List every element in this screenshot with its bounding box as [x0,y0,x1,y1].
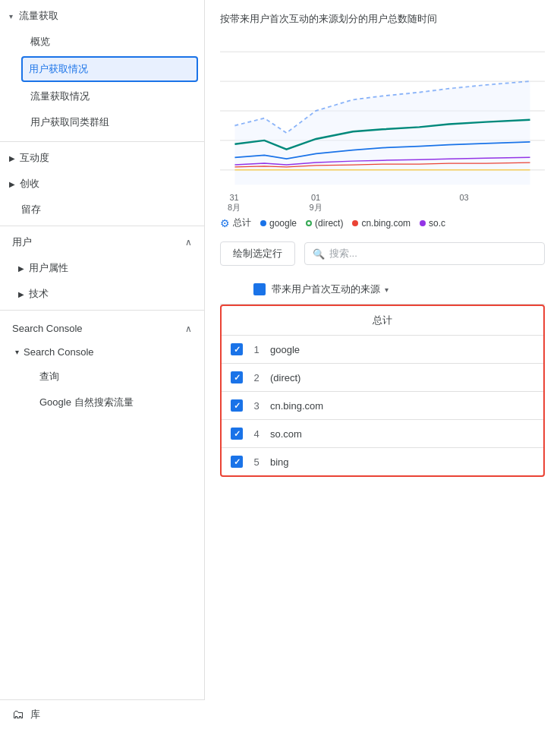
chart-title: 按带来用户首次互动的来源划分的用户总数随时间 [220,12,545,26]
user-section-header[interactable]: 用户 ∧ [0,229,204,255]
search-console-header[interactable]: Search Console ∧ [0,317,204,340]
table-controls: 绘制选定行 🔍 搜索... [220,241,545,266]
data-table: 总计 1 google 2 (direct) 3 cn.bing.com 4 s… [220,305,545,477]
library-icon: 🗂 [12,708,24,721]
tech-arrow: ▶ [18,290,24,298]
search-console-arrow: ∧ [185,323,192,334]
blue-square-icon [253,283,266,295]
sidebar-item-retention[interactable]: 留存 [0,197,204,222]
traffic-section: ▾ 流量获取 概览 用户获取情况 流量获取情况 用户获取同类群组 [0,0,204,138]
table-row: 5 bing [222,448,543,475]
sidebar-item-monetization[interactable]: ▶ 创收 [0,171,204,197]
table-row: 2 (direct) [222,364,543,392]
traffic-header[interactable]: ▾ 流量获取 [0,3,204,29]
legend-so: so.c [420,218,445,229]
legend-cn-bing: cn.bing.com [352,218,411,229]
divider-2 [0,226,204,226]
sidebar-item-user-acquisition[interactable]: 用户获取情况 [21,56,198,82]
search-box[interactable]: 🔍 搜索... [304,242,545,265]
legend-google: google [260,218,297,229]
legend-total: ⚙ 总计 [220,216,251,229]
row-checkbox-3[interactable] [231,399,243,412]
divider-1 [0,141,204,142]
sidebar-item-traffic-acquisition[interactable]: 流量获取情况 [0,84,204,109]
legend-direct: (direct) [306,218,343,229]
traffic-label: 流量获取 [19,9,58,23]
sidebar-item-user-cohort[interactable]: 用户获取同类群组 [0,109,204,135]
search-console-sub-arrow: ▾ [15,348,19,356]
sidebar-item-overview[interactable]: 概览 [0,29,204,55]
sidebar-item-user-properties[interactable]: ▶ 用户属性 [0,255,204,281]
col-source-header: 带来用户首次互动的来源 ▾ [272,282,536,296]
chart-area [220,35,545,187]
google-dot [260,220,266,226]
so-dot [420,220,426,226]
sidebar: ▾ 流量获取 概览 用户获取情况 流量获取情况 用户获取同类群组 ▶ 互动度 ▶… [0,0,205,729]
user-section-arrow: ∧ [185,237,192,248]
row-checkbox-4[interactable] [231,428,243,440]
sidebar-item-google-organic[interactable]: Google 自然搜索流量 [0,390,204,415]
library-item[interactable]: 🗂 库 [0,699,205,729]
chart-x-labels: 318月 019月 03 [220,193,545,213]
col-dropdown-arrow[interactable]: ▾ [385,286,389,294]
user-properties-arrow: ▶ [18,264,24,273]
sidebar-item-engagement[interactable]: ▶ 互动度 [0,145,204,171]
row-checkbox-2[interactable] [231,371,243,383]
search-console-section: Search Console ∧ ▾ Search Console 查询 Goo… [0,314,204,418]
divider-3 [0,310,204,311]
engagement-arrow: ▶ [9,154,15,163]
sidebar-item-query[interactable]: 查询 [0,364,204,390]
table-row: 3 cn.bing.com [222,392,543,420]
traffic-arrow: ▾ [9,12,13,21]
table-header-total: 总计 [222,306,543,336]
table-column-header: 带来用户首次互动的来源 ▾ [220,275,545,305]
sidebar-item-search-console-sub[interactable]: ▾ Search Console [0,340,204,364]
monetization-arrow: ▶ [9,180,15,188]
row-checkbox-1[interactable] [231,343,243,355]
table-row: 1 google [222,336,543,364]
sidebar-item-tech[interactable]: ▶ 技术 [0,281,204,307]
row-checkbox-5[interactable] [231,456,243,468]
direct-dot [306,220,312,226]
table-row: 4 so.com [222,420,543,448]
cn-bing-dot [352,220,358,226]
gear-icon: ⚙ [220,217,230,229]
draw-button[interactable]: 绘制选定行 [220,241,295,266]
search-icon: 🔍 [313,248,325,260]
main-content: 按带来用户首次互动的来源划分的用户总数随时间 [205,0,560,729]
chart-legend: ⚙ 总计 google (direct) cn.bing.com so.c [220,216,545,229]
